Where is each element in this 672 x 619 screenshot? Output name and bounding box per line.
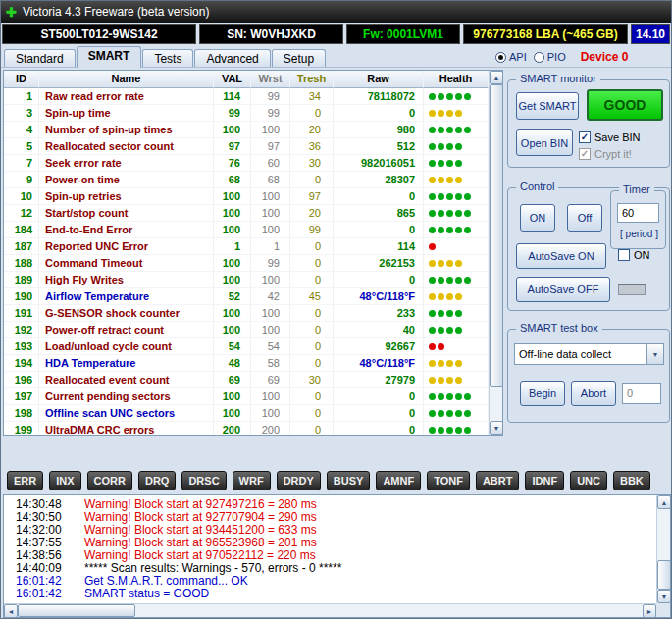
log-hscroll-thumb[interactable] bbox=[18, 604, 135, 617]
table-row[interactable]: 197Current pending sectors10010000 bbox=[4, 388, 502, 405]
health-dot bbox=[438, 177, 444, 183]
header-name[interactable]: Name bbox=[39, 71, 214, 88]
open-bin-button[interactable]: Open BIN bbox=[516, 129, 573, 156]
health-dot bbox=[429, 177, 436, 183]
status-idnf-button[interactable]: IDNF bbox=[525, 471, 564, 490]
health-dot bbox=[446, 277, 453, 284]
cell-wrst: 100 bbox=[251, 322, 290, 337]
health-dot bbox=[455, 227, 462, 233]
table-row[interactable]: 3Spin-up time999900 bbox=[4, 105, 502, 122]
cell-tresh: 99 bbox=[290, 222, 334, 237]
cell-raw: 0 bbox=[334, 105, 424, 121]
table-row[interactable]: 188Command Timeout100990262153 bbox=[4, 255, 502, 272]
health-dot bbox=[446, 310, 453, 317]
table-scrollbar[interactable]: ▲ ▼ bbox=[489, 71, 502, 435]
status-inx-button[interactable]: INX bbox=[49, 471, 80, 490]
save-bin-checkbox[interactable]: ✓ Save BIN bbox=[579, 131, 640, 143]
begin-button[interactable]: Begin bbox=[520, 381, 565, 406]
cell-name: Spin-up time bbox=[39, 105, 214, 121]
table-row[interactable]: 196Reallocated event count69693027979 bbox=[4, 372, 502, 388]
header-health[interactable]: Health bbox=[424, 71, 489, 88]
table-row[interactable]: 189High Fly Writes10010000 bbox=[4, 272, 502, 288]
control-caption: Control bbox=[516, 181, 558, 192]
smart-on-button[interactable]: ON bbox=[520, 204, 555, 232]
table-row[interactable]: 10Spin-up retries100100970 bbox=[4, 188, 502, 205]
status-unc-button[interactable]: UNC bbox=[570, 471, 607, 490]
table-row[interactable]: 5Reallocated sector count979736512 bbox=[4, 138, 502, 155]
status-corr-button[interactable]: CORR bbox=[87, 471, 132, 490]
abort-button[interactable]: Abort bbox=[571, 381, 616, 406]
tab-setup[interactable]: Setup bbox=[272, 49, 326, 68]
health-dot bbox=[455, 377, 462, 384]
get-smart-button[interactable]: Get SMART bbox=[516, 92, 579, 120]
api-radio[interactable]: API bbox=[495, 51, 527, 63]
scroll-down-icon[interactable]: ▼ bbox=[490, 421, 503, 435]
log-scroll-up-icon[interactable]: ▲ bbox=[657, 495, 671, 509]
cell-id: 184 bbox=[4, 222, 39, 237]
smart-off-button[interactable]: Off bbox=[567, 204, 602, 232]
health-dot bbox=[455, 193, 462, 200]
table-row[interactable]: 9Power-on time6868028307 bbox=[4, 172, 502, 188]
health-dot bbox=[446, 177, 453, 183]
cell-raw: 0 bbox=[334, 405, 424, 421]
timer-input[interactable] bbox=[617, 203, 659, 223]
table-row[interactable]: 192Power-off retract count100100040 bbox=[4, 322, 502, 338]
crypt-it-checkbox[interactable]: ✓ Crypt it! bbox=[579, 148, 632, 160]
table-row[interactable]: 198Offline scan UNC sectors10010000 bbox=[4, 405, 502, 422]
log-horizontal-scrollbar[interactable]: ◄ ► bbox=[4, 603, 656, 617]
header-tresh[interactable]: Tresh bbox=[290, 71, 334, 88]
cell-val: 100 bbox=[214, 405, 251, 421]
status-drsc-button[interactable]: DRSC bbox=[181, 471, 226, 490]
health-dot bbox=[438, 210, 444, 217]
autosave-on-button[interactable]: AutoSave ON bbox=[516, 243, 606, 269]
smart-status-button[interactable]: GOOD bbox=[587, 89, 663, 121]
header-raw[interactable]: Raw bbox=[334, 71, 424, 88]
status-drq-button[interactable]: DRQ bbox=[138, 471, 176, 490]
chevron-down-icon[interactable]: ▼ bbox=[646, 344, 663, 364]
header-val[interactable]: VAL bbox=[214, 71, 251, 88]
table-row[interactable]: 1Raw read error rate114993478118072 bbox=[4, 88, 502, 105]
tab-advanced[interactable]: Advanced bbox=[194, 49, 270, 68]
status-err-button[interactable]: ERR bbox=[7, 471, 43, 490]
table-row[interactable]: 199UltraDMA CRC errors20020000 bbox=[4, 422, 502, 435]
table-row[interactable]: 184End-to-End Error100100990 bbox=[4, 222, 502, 238]
table-row[interactable]: 187Reported UNC Error110114 bbox=[4, 238, 502, 255]
autosave-on-checkbox[interactable]: ✓ ON bbox=[618, 249, 650, 261]
health-dot bbox=[429, 310, 436, 317]
autosave-off-button[interactable]: AutoSave OFF bbox=[516, 277, 610, 302]
header-wrst[interactable]: Wrst bbox=[251, 71, 290, 88]
log-scroll-right-icon[interactable]: ► bbox=[643, 604, 656, 618]
log-scroll-thumb[interactable] bbox=[657, 560, 671, 590]
tab-tests[interactable]: Tests bbox=[142, 49, 193, 68]
cell-id: 189 bbox=[4, 272, 39, 287]
status-abrt-button[interactable]: ABRT bbox=[476, 471, 520, 490]
smart-test-select[interactable]: Off-line data collect ▼ bbox=[514, 343, 664, 365]
table-row[interactable]: 12Start/stop count10010020865 bbox=[4, 205, 502, 222]
log-scroll-left-icon[interactable]: ◄ bbox=[4, 604, 18, 618]
status-bbk-button[interactable]: BBK bbox=[613, 471, 650, 490]
status-tonf-button[interactable]: TONF bbox=[427, 471, 470, 490]
table-row[interactable]: 191G-SENSOR shock counter1001000233 bbox=[4, 305, 502, 322]
log-scroll-down-icon[interactable]: ▼ bbox=[657, 590, 671, 603]
table-row[interactable]: 193Load/unload cycle count5454092667 bbox=[4, 338, 502, 355]
status-busy-button[interactable]: BUSY bbox=[327, 471, 371, 490]
log-vertical-scrollbar[interactable]: ▲ ▼ bbox=[656, 495, 670, 603]
status-drdy-button[interactable]: DRDY bbox=[277, 471, 321, 490]
tab-standard[interactable]: Standard bbox=[4, 49, 76, 68]
cell-id: 3 bbox=[4, 105, 39, 121]
header-id[interactable]: ID bbox=[4, 71, 39, 88]
cell-raw: 0 bbox=[334, 272, 424, 287]
table-row[interactable]: 194HDA Temperature4858048°C/118°F bbox=[4, 355, 502, 372]
tab-smart[interactable]: SMART bbox=[77, 46, 142, 68]
table-row[interactable]: 190Airflow Temperature52424548°C/118°F bbox=[4, 288, 502, 305]
status-amnf-button[interactable]: AMNF bbox=[376, 471, 421, 490]
test-counter-field[interactable] bbox=[622, 383, 661, 404]
status-wrf-button[interactable]: WRF bbox=[233, 471, 271, 490]
table-row[interactable]: 7Seek error rate766030982016051 bbox=[4, 155, 502, 172]
pio-radio[interactable]: PIO bbox=[534, 51, 566, 63]
titlebar[interactable]: ✚ Victoria 4.3 Freeware (beta version) bbox=[1, 1, 671, 23]
table-scroll-thumb[interactable] bbox=[490, 84, 503, 387]
table-row[interactable]: 4Number of spin-up times10010020980 bbox=[4, 122, 502, 138]
health-dot bbox=[446, 210, 453, 217]
scroll-up-icon[interactable]: ▲ bbox=[490, 71, 503, 84]
